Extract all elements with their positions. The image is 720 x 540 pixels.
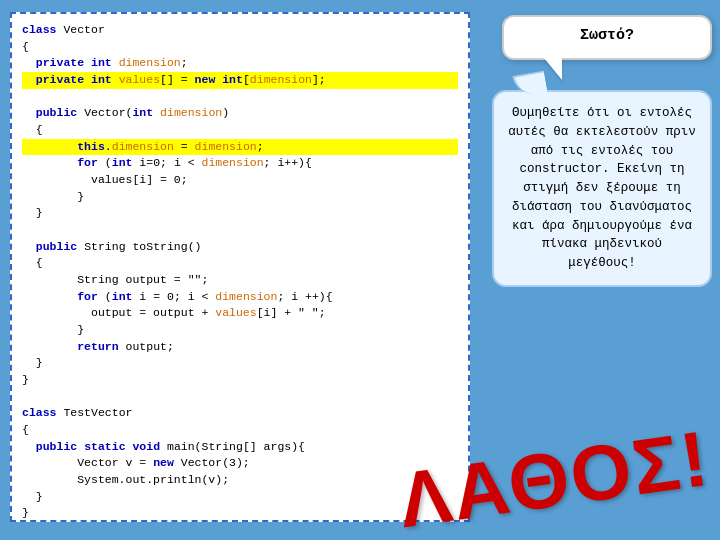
explanation-bubble: Θυμηθείτε ότι οι εντολές αυτές θα εκτελε…: [492, 90, 712, 287]
code-line: public static void main(String[] args){: [22, 439, 458, 456]
code-line: {: [22, 122, 458, 139]
code-line: String output = "";: [22, 272, 458, 289]
code-line: {: [22, 39, 458, 56]
code-line: [22, 389, 458, 406]
code-line-highlight: private int values[] = new int[dimension…: [22, 72, 458, 89]
code-line: }: [22, 372, 458, 389]
code-line: [22, 222, 458, 239]
main-container: class Vector { private int dimension; pr…: [0, 0, 720, 540]
code-line: values[i] = 0;: [22, 172, 458, 189]
code-line: }: [22, 355, 458, 372]
code-line: }: [22, 189, 458, 206]
code-line: {: [22, 422, 458, 439]
explanation-text: Θυμηθείτε ότι οι εντολές αυτές θα εκτελε…: [508, 106, 696, 270]
code-line: for (int i = 0; i < dimension; i ++){: [22, 289, 458, 306]
balloon-tail-icon: [544, 58, 562, 80]
code-line: class Vector: [22, 22, 458, 39]
code-line: }: [22, 505, 458, 522]
code-line: System.out.println(v);: [22, 472, 458, 489]
code-line-highlight2: this.dimension = dimension;: [22, 139, 458, 156]
code-block: class Vector { private int dimension; pr…: [22, 22, 458, 522]
code-line: private int dimension;: [22, 55, 458, 72]
code-line: return output;: [22, 339, 458, 356]
code-line: {: [22, 255, 458, 272]
code-line: }: [22, 322, 458, 339]
code-line: output = output + values[i] + " ";: [22, 305, 458, 322]
code-line: public Vector(int dimension): [22, 105, 458, 122]
code-panel: class Vector { private int dimension; pr…: [10, 12, 470, 522]
code-line: }: [22, 205, 458, 222]
code-line: public String toString(): [22, 239, 458, 256]
balloon-title: Σωστό?: [516, 27, 698, 44]
code-line: class TestVector: [22, 405, 458, 422]
code-line: for (int i=0; i < dimension; i++){: [22, 155, 458, 172]
code-line: }: [22, 489, 458, 506]
correct-balloon: Σωστό?: [502, 15, 712, 60]
code-line: [22, 89, 458, 106]
